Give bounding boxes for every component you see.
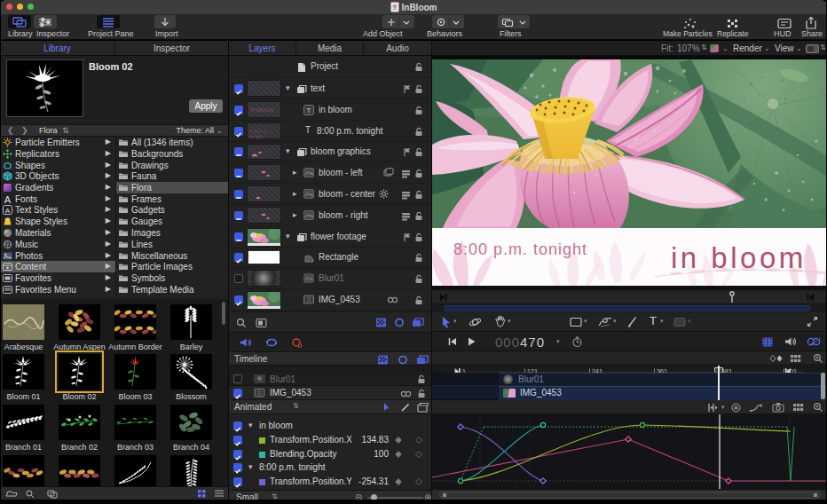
svg-text:T: T xyxy=(307,106,311,114)
svg-text:A: A xyxy=(4,194,12,204)
svg-text:A: A xyxy=(5,207,11,215)
